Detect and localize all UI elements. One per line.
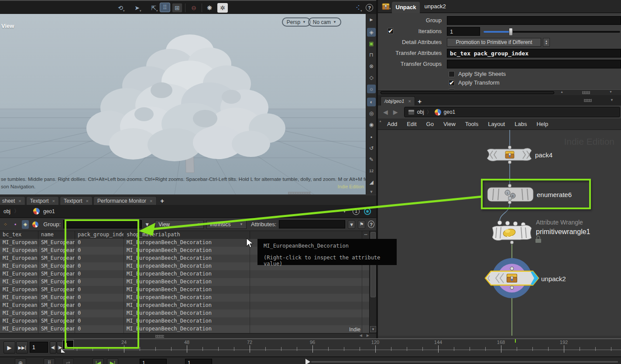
table-cell[interactable]: SM_European <box>38 278 75 286</box>
scroll-down-icon[interactable]: ▼ <box>370 326 376 332</box>
table-row[interactable]: MI_EuropeanSM_European0MI_EuropeanBeech_… <box>0 302 369 310</box>
table-cell[interactable]: 0 <box>75 239 124 247</box>
input-index-badge[interactable]: 1 <box>353 208 360 215</box>
table-cell[interactable] <box>250 278 362 286</box>
new-network-tab-button[interactable]: + <box>415 97 425 105</box>
table-cell[interactable]: 0 <box>75 310 124 317</box>
visibility-icon[interactable]: ◈ <box>367 28 376 37</box>
node-name-field[interactable]: unpack2 <box>424 3 446 10</box>
table-cell[interactable]: 0 <box>75 262 124 270</box>
column-header[interactable]: bc_tex <box>0 231 38 239</box>
table-row[interactable]: MI_EuropeanSM_European0MI_EuropeanBeech_… <box>0 325 369 333</box>
table-cell[interactable]: 0 <box>75 255 124 262</box>
group-param-field[interactable] <box>447 16 621 25</box>
audio-bars-icon[interactable]: ⣿ <box>44 358 55 364</box>
tabbar-grip[interactable] <box>584 99 592 102</box>
node-pack4[interactable] <box>487 146 532 164</box>
render-disabled-icon[interactable]: ⊖ <box>189 3 199 13</box>
scroll-left-icon[interactable]: ◀ <box>360 333 362 337</box>
range-start-icon[interactable]: |◀ <box>93 358 104 364</box>
playhead[interactable]: 1 <box>62 340 74 350</box>
node-input-dot[interactable] <box>508 184 511 187</box>
tab-close-icon[interactable]: × <box>18 198 21 204</box>
spreadsheet-help-icon[interactable]: ? <box>368 221 374 228</box>
range-end-field[interactable]: 1 <box>185 359 212 364</box>
table-cell[interactable]: SM_European <box>38 255 75 262</box>
scroll-right-icon[interactable]: ▶ <box>367 333 369 337</box>
tab-close-icon[interactable]: × <box>408 99 411 104</box>
table-cell[interactable]: MI_European <box>0 270 38 278</box>
vertices-mode-icon[interactable]: ● <box>12 220 19 229</box>
table-cell[interactable]: 0 <box>75 286 124 294</box>
table-cell[interactable]: 0 <box>75 317 124 325</box>
new-tab-button[interactable]: + <box>158 196 167 205</box>
tabbar-menu-icon[interactable]: ▼ <box>610 98 614 102</box>
range-slider-handle[interactable] <box>305 359 310 364</box>
table-cell[interactable]: 0 <box>75 278 124 286</box>
node-input-dot[interactable] <box>508 146 511 149</box>
table-cell[interactable]: 0 <box>75 294 124 302</box>
network-canvas[interactable]: Indie Edition pack4 <box>378 130 621 336</box>
snapshot-icon[interactable]: ❋ <box>204 3 215 13</box>
light-diamond-icon[interactable]: ◇ <box>367 73 376 82</box>
ghost-objects-icon[interactable]: ◎ <box>367 109 376 118</box>
table-cell[interactable]: SM_European <box>38 247 75 255</box>
range-end-icon[interactable]: ▶| <box>107 358 118 364</box>
table-cell[interactable]: MI_European <box>0 317 38 325</box>
tab-sheet[interactable]: sheet× <box>0 196 25 205</box>
column-header[interactable]: shop_materialpath <box>124 231 250 239</box>
table-cell[interactable]: 0 <box>75 270 124 278</box>
table-cell[interactable] <box>250 325 362 333</box>
table-cell[interactable]: MI_EuropeanBeech_Decoration <box>124 325 250 333</box>
tab-textport[interactable]: Textport× <box>26 196 59 205</box>
menu-edit[interactable]: Edit <box>407 121 416 127</box>
hull-icon[interactable]: ↺ <box>367 144 376 153</box>
table-cell[interactable]: MI_European <box>0 247 38 255</box>
column-header[interactable]: pack_group_index <box>75 231 124 239</box>
table-cell[interactable]: MI_European <box>0 239 38 247</box>
table-cell[interactable]: SM_European <box>38 239 75 247</box>
points-icon[interactable]: ● <box>367 133 376 141</box>
node-type-caret-icon[interactable]: ▾ <box>389 7 391 10</box>
node-type-tab[interactable]: Unpack <box>392 2 420 13</box>
table-cell[interactable]: MI_European <box>0 278 38 286</box>
table-cell[interactable]: 0 <box>75 325 124 333</box>
tab-textport[interactable]: Textport× <box>60 196 93 205</box>
scene-viewport[interactable]: View Persp▼ No cam▼ se tumbles. Middle p… <box>0 14 366 194</box>
table-cell[interactable]: SM_European <box>38 310 75 317</box>
lock-icon[interactable]: ⊓ <box>367 51 376 59</box>
strip-scroll-down-icon[interactable]: ▼ <box>367 187 376 196</box>
table-row[interactable]: MI_EuropeanSM_European0MI_EuropeanBeech_… <box>0 310 369 317</box>
primitives-mode-icon[interactable]: ◈ <box>22 220 29 229</box>
point-marker-icon[interactable]: ✎ <box>367 155 376 164</box>
table-cell[interactable]: MI_EuropeanBeech_Decoration <box>124 294 250 302</box>
view-dropdown[interactable]: View▼ <box>155 220 204 229</box>
nav-back-icon[interactable]: ◀ <box>383 109 388 116</box>
strip-scroll-icon[interactable]: ▶ <box>367 15 376 24</box>
menubar-collapse-icon[interactable]: ▲ <box>379 119 382 122</box>
tab-close-icon[interactable]: × <box>86 198 89 204</box>
tab-performance-monitor[interactable]: Performance Monitor× <box>93 196 156 205</box>
table-row[interactable]: MI_EuropeanSM_European0MI_EuropeanBeech_… <box>0 317 369 325</box>
table-cell[interactable] <box>250 286 362 294</box>
table-cell[interactable] <box>250 317 362 325</box>
table-cell[interactable]: SM_European <box>38 286 75 294</box>
menu-add[interactable]: Add <box>387 121 397 127</box>
view-mode-icon[interactable]: ⠿ <box>160 3 170 12</box>
intrinsics-dropdown[interactable]: Intrinsics▼ <box>206 220 247 229</box>
column-overflow-icon[interactable]: ⋯ <box>362 231 369 239</box>
scroll-down-icon[interactable]: ▼ <box>609 90 612 93</box>
tab-close-icon[interactable]: × <box>52 198 55 204</box>
table-cell[interactable]: MI_European <box>0 325 38 333</box>
points-mode-icon[interactable]: ⁘ <box>2 220 9 229</box>
detail-attributes-dropdown[interactable]: Promotion to Primitive if Different <box>447 38 541 47</box>
table-cell[interactable]: MI_EuropeanBeech_Decoration <box>124 310 250 317</box>
table-cell[interactable]: MI_EuropeanBeech_Decoration <box>124 262 250 270</box>
table-cell[interactable]: MI_EuropeanBeech_Decoration <box>124 317 250 325</box>
display-objects-icon[interactable]: ◉ <box>367 120 376 129</box>
table-cell[interactable]: MI_European <box>0 302 38 310</box>
table-cell[interactable]: SM_European <box>38 262 75 270</box>
tab-close-icon[interactable]: × <box>150 198 152 204</box>
table-cell[interactable]: MI_EuropeanBeech_Decoration <box>124 247 250 255</box>
realtime-toggle-icon[interactable]: ⊕ <box>15 358 26 364</box>
